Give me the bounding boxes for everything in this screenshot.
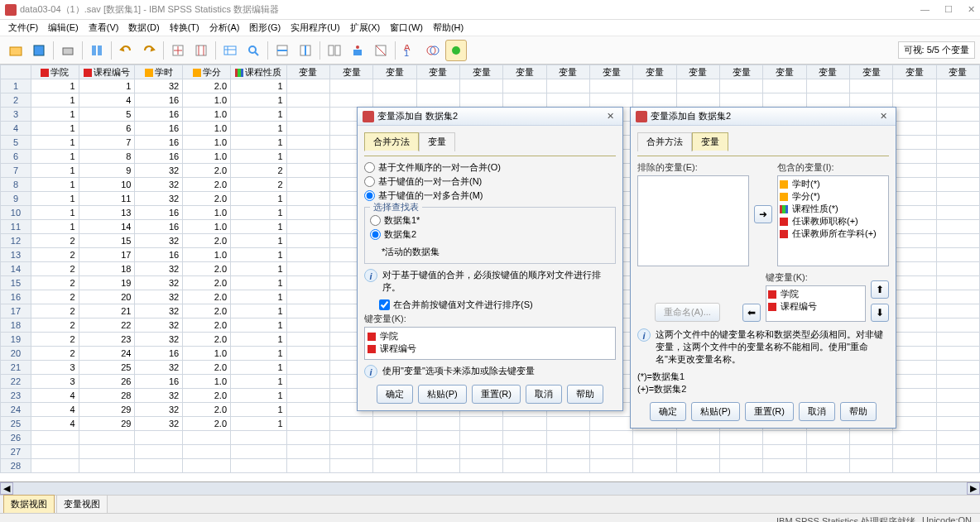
list-item[interactable]: 学院 (768, 288, 863, 300)
data-cell[interactable]: 2 (31, 276, 79, 290)
data-cell[interactable]: 25 (79, 361, 135, 375)
dialog-close-icon[interactable]: ✕ (877, 111, 891, 122)
cancel-button[interactable]: 取消 (526, 385, 562, 404)
data-cell[interactable]: 32 (135, 164, 183, 178)
data-cell[interactable] (936, 178, 979, 192)
column-header-empty[interactable]: 变量 (763, 65, 806, 79)
data-cell[interactable]: 32 (135, 389, 183, 403)
data-cell[interactable]: 4 (31, 389, 79, 403)
data-cell[interactable] (330, 445, 373, 459)
key-vars-list[interactable]: 学院课程编号 (766, 285, 866, 322)
data-cell[interactable]: 2.0 (183, 192, 231, 206)
data-cell[interactable]: 1 (231, 290, 287, 304)
data-cell[interactable] (286, 93, 329, 108)
row-number[interactable]: 15 (1, 276, 31, 290)
row-number[interactable]: 3 (1, 108, 31, 122)
data-cell[interactable]: 1 (231, 361, 287, 375)
data-cell[interactable] (850, 93, 893, 108)
excluded-list[interactable] (637, 175, 749, 266)
data-cell[interactable]: 16 (135, 220, 183, 234)
data-cell[interactable]: 13 (79, 206, 135, 220)
move-up-icon[interactable]: ⬆ (871, 280, 889, 299)
row-number[interactable]: 17 (1, 304, 31, 318)
data-cell[interactable] (286, 389, 329, 403)
column-header-empty[interactable]: 变量 (460, 65, 503, 79)
data-cell[interactable]: 17 (79, 248, 135, 262)
data-cell[interactable] (676, 445, 719, 459)
horizontal-scrollbar[interactable]: ◀ ▶ (0, 481, 980, 495)
data-cell[interactable]: 4 (31, 403, 79, 417)
data-cell[interactable]: 32 (135, 234, 183, 248)
column-header-empty[interactable]: 变量 (503, 65, 546, 79)
data-cell[interactable] (936, 220, 979, 234)
data-cell[interactable]: 4 (31, 417, 79, 431)
menu-item[interactable]: 编辑(E) (45, 20, 82, 36)
data-cell[interactable] (286, 361, 329, 375)
row-number[interactable]: 9 (1, 192, 31, 206)
data-cell[interactable]: 1 (231, 192, 287, 206)
data-cell[interactable]: 32 (135, 333, 183, 347)
data-cell[interactable]: 2.0 (183, 318, 231, 333)
column-header-empty[interactable]: 变量 (416, 65, 459, 79)
data-cell[interactable] (936, 403, 979, 417)
data-cell[interactable] (936, 318, 979, 333)
data-cell[interactable] (231, 431, 287, 445)
data-cell[interactable] (936, 122, 979, 136)
data-cell[interactable]: 2 (31, 304, 79, 318)
data-cell[interactable] (330, 431, 373, 445)
data-cell[interactable]: 2.0 (183, 178, 231, 192)
data-cell[interactable] (503, 93, 546, 108)
data-cell[interactable] (286, 206, 329, 220)
data-cell[interactable]: 4 (79, 93, 135, 108)
data-cell[interactable] (893, 206, 936, 220)
data-cell[interactable] (936, 375, 979, 389)
data-cell[interactable]: 16 (135, 347, 183, 361)
scroll-right-icon[interactable]: ▶ (967, 482, 980, 495)
data-cell[interactable] (503, 445, 546, 459)
data-cell[interactable] (286, 220, 329, 234)
data-cell[interactable] (936, 206, 979, 220)
data-cell[interactable]: 1 (231, 206, 287, 220)
data-cell[interactable]: 2.0 (183, 234, 231, 248)
data-cell[interactable] (936, 361, 979, 375)
data-cell[interactable] (286, 375, 329, 389)
data-cell[interactable]: 1 (231, 108, 287, 122)
move-left-icon[interactable]: ⬅ (742, 304, 761, 322)
data-cell[interactable] (633, 459, 676, 473)
data-cell[interactable] (546, 459, 589, 473)
data-cell[interactable] (503, 431, 546, 445)
data-cell[interactable]: 2 (31, 347, 79, 361)
data-cell[interactable] (893, 459, 936, 473)
data-cell[interactable]: 2.0 (183, 290, 231, 304)
data-cell[interactable] (936, 248, 979, 262)
data-cell[interactable] (936, 192, 979, 206)
redo-icon[interactable] (138, 40, 160, 61)
row-number[interactable]: 27 (1, 445, 31, 459)
data-cell[interactable] (893, 192, 936, 206)
column-header-empty[interactable]: 变量 (286, 65, 329, 79)
data-cell[interactable] (460, 417, 503, 431)
column-header-empty[interactable]: 变量 (936, 65, 979, 79)
data-cell[interactable] (893, 333, 936, 347)
data-cell[interactable]: 1.0 (183, 347, 231, 361)
row-number[interactable]: 11 (1, 220, 31, 234)
data-cell[interactable] (763, 79, 806, 93)
row-number[interactable]: 10 (1, 206, 31, 220)
data-cell[interactable]: 2 (31, 234, 79, 248)
data-cell[interactable] (546, 93, 589, 108)
column-header-empty[interactable]: 变量 (373, 65, 416, 79)
row-number[interactable]: 16 (1, 290, 31, 304)
tab-merge-method[interactable]: 合并方法 (637, 132, 692, 151)
data-cell[interactable] (893, 262, 936, 276)
data-cell[interactable] (31, 431, 79, 445)
data-cell[interactable] (373, 93, 416, 108)
data-cell[interactable] (286, 431, 329, 445)
data-cell[interactable] (893, 122, 936, 136)
data-cell[interactable] (286, 445, 329, 459)
data-cell[interactable]: 2 (31, 333, 79, 347)
tab-variables[interactable]: 变量 (419, 132, 455, 151)
data-cell[interactable] (850, 445, 893, 459)
dialog-close-icon[interactable]: ✕ (603, 111, 617, 122)
labels-icon[interactable]: A1 (399, 40, 420, 61)
data-cell[interactable] (460, 445, 503, 459)
